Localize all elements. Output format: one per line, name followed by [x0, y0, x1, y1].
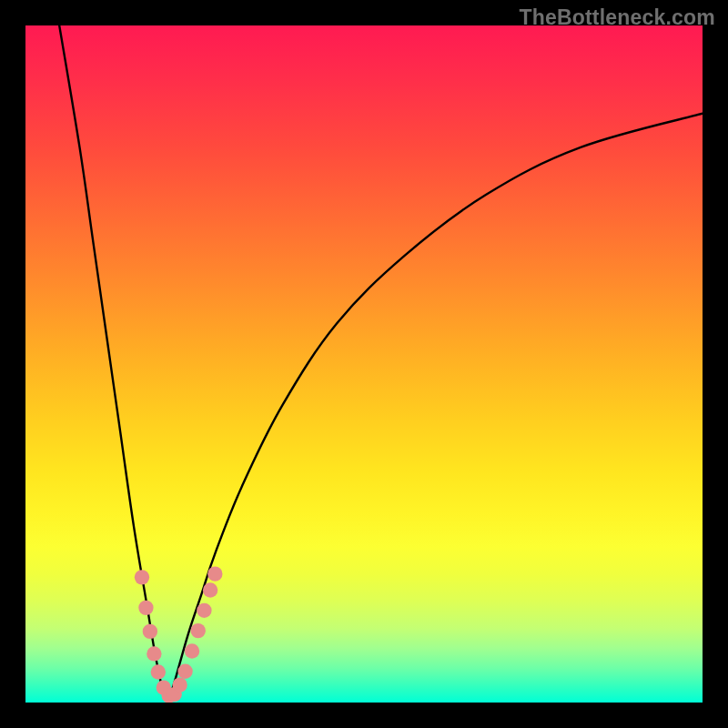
marker-group — [135, 566, 223, 703]
plot-area — [25, 25, 703, 703]
marker-bead — [135, 570, 149, 584]
curve-left — [59, 25, 167, 703]
curve-right — [167, 114, 703, 703]
marker-bead — [191, 623, 206, 638]
marker-bead — [207, 566, 222, 581]
marker-bead — [203, 582, 217, 597]
curve-layer — [25, 25, 703, 703]
chart-frame: TheBottleneck.com — [0, 0, 728, 728]
marker-bead — [172, 677, 187, 692]
marker-bead — [143, 624, 157, 639]
marker-bead — [185, 643, 199, 658]
marker-bead — [197, 603, 211, 618]
watermark-text: TheBottleneck.com — [519, 5, 715, 30]
marker-bead — [151, 664, 166, 679]
marker-bead — [147, 646, 161, 661]
marker-bead — [177, 664, 192, 679]
marker-bead — [138, 601, 153, 615]
